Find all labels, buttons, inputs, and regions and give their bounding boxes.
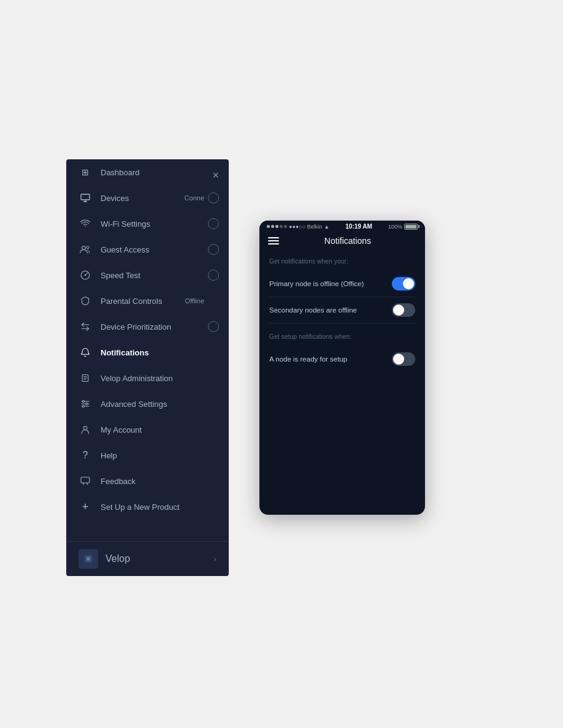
sidebar-item-devices[interactable]: Devices Conne [66, 185, 229, 211]
sidebar-item-label: My Account [101, 425, 142, 434]
sidebar-item-dashboard[interactable]: ⊞ Dashboard [66, 159, 229, 185]
phone-content: Get notifications when your: Primary nod… [259, 249, 425, 515]
wifi-status-icon: ▲ [324, 224, 329, 230]
sidebar-item-label: Velop Administration [101, 374, 173, 383]
wifi-icon [79, 217, 92, 230]
sidebar-item-label: Wi-Fi Settings [101, 219, 150, 229]
sidebar-item-label: Set Up a New Product [101, 502, 180, 512]
sidebar-item-parental-controls[interactable]: Parental Controls Offline [66, 288, 229, 314]
sidebar-radio-speed [208, 270, 219, 281]
svg-point-6 [85, 275, 86, 276]
section1-label: Get notifications when your: [269, 258, 415, 265]
notifications-icon [79, 346, 92, 359]
primary-node-toggle[interactable] [392, 277, 415, 290]
sidebar-status-parental: Offline [185, 297, 204, 305]
sidebar-item-setup-new-product[interactable]: + Set Up a New Product [66, 494, 229, 520]
velop-logo [79, 549, 98, 569]
notif-row-secondary: Secondary nodes are offline [269, 297, 415, 324]
notif-row-primary: Primary node is offline (Office) [269, 271, 415, 297]
svg-point-19 [83, 427, 87, 430]
devices-icon [79, 191, 92, 205]
sidebar-item-label: Dashboard [101, 168, 140, 177]
setup-new-product-icon: + [79, 500, 92, 514]
my-account-icon [79, 423, 92, 436]
battery-percent: 100% [388, 224, 402, 230]
help-icon: ? [79, 449, 92, 462]
secondary-nodes-toggle[interactable] [392, 303, 415, 317]
battery-fill [405, 225, 416, 229]
signal-dots [267, 225, 287, 228]
secondary-nodes-label: Secondary nodes are offline [269, 306, 357, 314]
sidebar-item-speed-test[interactable]: Speed Test [66, 262, 229, 288]
sidebar-item-label: Feedback [101, 477, 136, 486]
sidebar-footer-label: Velop [105, 553, 130, 564]
carrier-name: ●●●○○ Belkin [289, 224, 322, 230]
svg-point-3 [82, 246, 86, 250]
sidebar-item-label: Guest Access [101, 245, 149, 254]
dashboard-icon: ⊞ [79, 165, 92, 179]
sidebar-item-label: Parental Controls [101, 297, 162, 306]
setup-label: A node is ready for setup [269, 355, 347, 363]
velop-admin-icon [79, 371, 92, 385]
sidebar-item-help[interactable]: ? Help [66, 442, 229, 468]
battery-indicator: 100% [388, 224, 418, 230]
sidebar-footer[interactable]: Velop › [66, 541, 229, 576]
svg-rect-0 [81, 194, 90, 200]
status-bar: ●●●○○ Belkin ▲ 10:19 AM 100% [259, 221, 425, 232]
phone-navbar: Notifications [259, 232, 425, 249]
status-time: 10:19 AM [345, 223, 372, 230]
sidebar-radio-devices [208, 192, 219, 203]
section2-label: Get setup notifications when: [269, 333, 415, 340]
svg-point-4 [86, 246, 89, 249]
sidebar-status-devices: Conne [185, 194, 204, 202]
svg-point-18 [82, 405, 84, 407]
sidebar-item-notifications[interactable]: Notifications [66, 339, 229, 365]
phone-screen: ●●●○○ Belkin ▲ 10:19 AM 100% Notificatio… [259, 221, 425, 515]
toggle-knob [393, 354, 404, 365]
sidebar-item-label: Devices [101, 194, 129, 203]
svg-rect-20 [81, 477, 90, 483]
device-prioritization-icon [79, 320, 92, 333]
notif-row-setup: A node is ready for setup [269, 346, 415, 372]
sidebar-item-advanced-settings[interactable]: Advanced Settings [66, 391, 229, 417]
sidebar-radio-priority [208, 321, 219, 332]
sidebar-item-feedback[interactable]: Feedback [66, 468, 229, 494]
sidebar-radio-guest [208, 244, 219, 255]
chevron-right-icon: › [213, 554, 216, 564]
sidebar: × ⊞ Dashboard Devices Conne [66, 159, 229, 576]
parental-controls-icon [79, 294, 92, 308]
sidebar-item-device-prioritization[interactable]: Device Prioritization [66, 314, 229, 339]
advanced-settings-icon [79, 397, 92, 411]
speed-test-icon [79, 268, 92, 282]
hamburger-menu-icon[interactable] [268, 237, 279, 245]
phone-mockup: ●●●○○ Belkin ▲ 10:19 AM 100% Notificatio… [259, 221, 425, 576]
sidebar-item-wifi-settings[interactable]: Wi-Fi Settings [66, 211, 229, 237]
sidebar-item-label: Device Prioritization [101, 322, 171, 332]
sidebar-item-velop-admin[interactable]: Velop Administration [66, 365, 229, 391]
svg-point-17 [86, 403, 88, 404]
svg-point-16 [82, 400, 84, 402]
toggle-knob [393, 305, 404, 316]
sidebar-item-label: Advanced Settings [101, 400, 167, 409]
page-title: Notifications [279, 236, 416, 246]
sidebar-item-label: Help [101, 451, 117, 460]
battery-bar [404, 224, 418, 230]
sidebar-item-guest-access[interactable]: Guest Access [66, 237, 229, 262]
setup-toggle[interactable] [392, 352, 415, 366]
toggle-knob [403, 278, 414, 289]
primary-node-label: Primary node is offline (Office) [269, 280, 364, 287]
feedback-icon [79, 474, 92, 488]
sidebar-item-label: Speed Test [101, 271, 140, 280]
svg-rect-22 [86, 557, 90, 560]
sidebar-radio-wifi [208, 218, 219, 229]
carrier-info: ●●●○○ Belkin ▲ [267, 224, 329, 230]
sidebar-item-my-account[interactable]: My Account [66, 417, 229, 442]
sidebar-item-label: Notifications [101, 348, 149, 357]
guest-access-icon [79, 243, 92, 256]
